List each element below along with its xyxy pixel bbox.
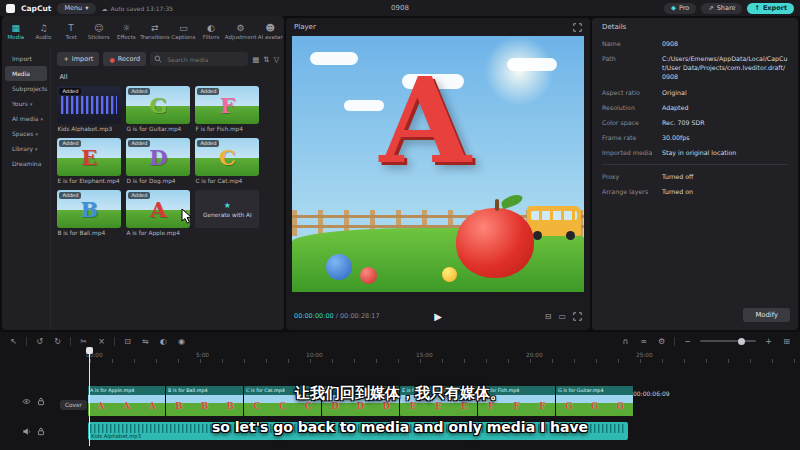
filter-icon[interactable]: ▽ — [274, 55, 280, 64]
timeline-settings-icon[interactable]: ⚙ — [656, 337, 667, 346]
subtitle-english: so let's go back to media and only media… — [212, 419, 588, 435]
mirror-icon[interactable]: ⇋ — [140, 337, 151, 346]
redo-icon[interactable]: ↻ — [52, 337, 63, 346]
mute-track-icon[interactable] — [22, 427, 31, 436]
divider — [674, 337, 675, 346]
zoom-in-icon[interactable]: + — [763, 337, 774, 346]
media-thumb-c[interactable]: CAdded — [195, 138, 259, 176]
tab-adjustment[interactable]: ⚙Adjustment — [225, 23, 257, 40]
media-thumb-d[interactable]: DAdded — [126, 138, 190, 176]
sparkle-icon: ★ — [224, 201, 231, 210]
media-thumb-kids-alphabet[interactable]: Added — [57, 86, 121, 124]
detach-player-icon[interactable] — [573, 23, 582, 32]
preview-letter-a: A — [380, 62, 472, 180]
magnet-icon[interactable]: ∩ — [620, 337, 631, 346]
sidebar-item-spaces[interactable]: Spaces▾ — [5, 126, 47, 141]
speed-icon[interactable]: ◐ — [158, 337, 169, 346]
cover-button[interactable]: Cover — [60, 400, 87, 410]
share-button[interactable]: ⇗ Share — [701, 3, 742, 14]
tab-ai-avatar[interactable]: ☻AI avatar — [256, 23, 284, 40]
sort-icon[interactable]: ⇅ — [263, 55, 269, 64]
lock-track-icon[interactable] — [37, 427, 45, 436]
playhead[interactable] — [89, 350, 90, 446]
sidebar-item-media[interactable]: Media — [5, 66, 47, 81]
zoom-slider-knob[interactable] — [738, 338, 745, 345]
cloud-icon: ☁ — [102, 5, 108, 12]
fit-timeline-icon[interactable]: ⊞ — [781, 337, 792, 346]
select-tool-icon[interactable]: ↖ — [8, 337, 19, 346]
added-badge: Added — [59, 192, 81, 199]
sidebar-item-import[interactable]: Import — [5, 51, 47, 66]
pro-gem-icon: ◆ — [671, 4, 676, 12]
detail-row-proxy: ProxyTurned off — [592, 169, 798, 184]
lock-track-icon[interactable] — [37, 397, 45, 406]
chevron-down-icon: ▾ — [35, 146, 38, 152]
modify-button[interactable]: Modify — [743, 308, 790, 322]
cloud-graphic — [507, 58, 557, 71]
record-icon: ● — [109, 56, 114, 63]
added-badge: Added — [128, 140, 150, 147]
video-preview[interactable]: A — [292, 36, 584, 292]
export-button[interactable]: ↑ Export — [747, 3, 794, 14]
sidebar-item-yours[interactable]: Yours▾ — [5, 96, 47, 111]
generate-with-ai-button[interactable]: ★ Generate with AI — [195, 190, 259, 228]
play-button[interactable]: ▶ — [434, 311, 442, 322]
section-label-all: All — [59, 73, 279, 81]
record-button[interactable]: ●Record — [103, 52, 146, 66]
media-thumb-b[interactable]: BAdded — [57, 190, 121, 228]
ratio-icon[interactable]: ▭ — [558, 312, 566, 321]
media-thumb-g[interactable]: GAdded — [126, 86, 190, 124]
tab-transitions[interactable]: ⇄Transitions — [140, 23, 169, 40]
tab-audio[interactable]: ♫Audio — [30, 23, 58, 40]
tab-text[interactable]: TText — [57, 23, 85, 40]
details-panel-title: Details — [592, 18, 798, 36]
sun-graphic — [484, 36, 554, 106]
chevron-down-icon: ▾ — [40, 116, 43, 122]
zoom-slider[interactable] — [700, 340, 756, 342]
ruler-label: 5:00 — [196, 352, 209, 358]
search-input[interactable] — [165, 55, 244, 64]
ruler-label: 15:00 — [416, 352, 433, 358]
delete-icon[interactable]: × — [96, 337, 107, 346]
media-panel: Import Media Subprojects Yours▾ AI media… — [2, 46, 284, 330]
zoom-out-icon[interactable]: − — [682, 337, 693, 346]
time-ruler[interactable]: 00:00 5:00 10:00 15:00 20:00 25:00 — [0, 350, 800, 364]
divider — [70, 337, 71, 346]
link-icon[interactable]: ∞ — [638, 337, 649, 346]
text-icon: T — [68, 23, 74, 33]
pro-button[interactable]: ◆ Pro — [664, 3, 696, 14]
timeline-clip-b[interactable]: B is for Ball.mp4BBB — [166, 386, 244, 416]
undo-icon[interactable]: ↺ — [34, 337, 45, 346]
crop-icon[interactable]: ⊡ — [122, 337, 133, 346]
ruler-label: 20:00 — [526, 352, 543, 358]
tab-captions[interactable]: ▭Captions — [170, 23, 198, 40]
yellow-ball-graphic — [442, 267, 457, 282]
sidebar-item-ai-media[interactable]: AI media▾ — [5, 111, 47, 126]
search-box[interactable] — [150, 52, 248, 66]
media-icon: ▦ — [12, 23, 21, 33]
blue-ball-graphic — [326, 254, 352, 280]
sidebar-item-dreamina[interactable]: Dreamina — [5, 156, 47, 171]
media-thumb-f[interactable]: FAdded — [195, 86, 259, 124]
media-item-label: Kids Alphabet.mp3 — [57, 126, 121, 132]
capcut-logo-icon — [6, 4, 15, 13]
split-view-icon[interactable]: ⊟ — [545, 312, 552, 321]
split-icon[interactable]: ✂ — [78, 337, 89, 346]
tab-filters[interactable]: ◐Filters — [197, 23, 225, 40]
sidebar-item-library[interactable]: Library▾ — [5, 141, 47, 156]
mask-icon[interactable]: ◉ — [176, 337, 187, 346]
timeline-clip-g[interactable]: G is for Guitar.mp4GGG — [556, 386, 634, 416]
tab-media[interactable]: ▦Media — [2, 23, 30, 40]
details-panel: Details Name0908 PathC:/Users/Emenws/App… — [592, 18, 798, 330]
tab-effects[interactable]: ☼Effects — [113, 23, 141, 40]
menu-button[interactable]: Menu ▾ — [57, 3, 95, 14]
tab-stickers[interactable]: ☺Stickers — [85, 23, 113, 40]
grid-view-icon[interactable]: ▦ — [252, 55, 259, 64]
import-button[interactable]: +Import — [57, 52, 99, 66]
hide-track-icon[interactable] — [22, 397, 31, 406]
media-thumb-e[interactable]: EAdded — [57, 138, 121, 176]
sidebar-item-subprojects[interactable]: Subprojects — [5, 81, 47, 96]
stickers-icon: ☺ — [94, 23, 103, 33]
timeline-clip-a[interactable]: A is for Apple.mp4AAA — [88, 386, 166, 416]
fullscreen-icon[interactable] — [573, 312, 582, 321]
